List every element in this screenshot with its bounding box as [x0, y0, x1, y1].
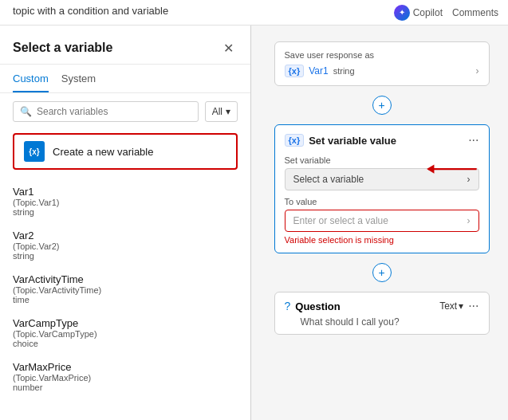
select-var-chevron: ›	[467, 174, 471, 185]
tab-system[interactable]: System	[61, 65, 96, 92]
panel-tabs: Custom System	[0, 65, 250, 93]
set-var-field-label: Set variable	[285, 155, 479, 165]
search-input-wrap: 🔍	[13, 101, 199, 122]
var-item-type: time	[13, 295, 238, 304]
panel-title: Select a variable	[13, 41, 112, 55]
copilot-button[interactable]: ✦ Copilot	[394, 5, 443, 21]
text-type-label: Text	[439, 300, 457, 312]
var1-name: Var1	[309, 65, 328, 77]
var-item-name: VarMaxPrice	[13, 361, 238, 373]
var-item-type: string	[13, 207, 238, 217]
save-response-label: Save user response as	[285, 50, 479, 60]
more-options-icon[interactable]: ···	[468, 133, 478, 147]
filter-label: All	[212, 106, 222, 117]
create-new-var-icon: {x}	[24, 141, 45, 162]
top-bar: topic with a condition and variable ✦ Co…	[0, 0, 508, 26]
question-card: ? Question Text ▾ ··· What should I call…	[274, 292, 490, 335]
filter-chevron-icon: ▾	[226, 106, 230, 117]
plus-connector[interactable]: +	[372, 96, 392, 115]
text-type-chevron: ▾	[459, 300, 463, 312]
list-item[interactable]: Var1 (Topic.Var1) string	[0, 179, 250, 223]
top-bar-actions: ✦ Copilot Comments	[394, 5, 498, 21]
question-sub-text: What should I call you?	[285, 316, 479, 328]
canvas-area: Save user response as {x} Var1 string › …	[0, 26, 508, 420]
var-item-type: string	[13, 251, 238, 261]
question-label: Question	[295, 300, 435, 312]
question-more-icon[interactable]: ···	[468, 299, 478, 313]
create-new-var-label: Create a new variable	[53, 146, 153, 158]
set-variable-card: {x} Set variable value ··· Set variable …	[274, 124, 490, 253]
question-header: ? Question Text ▾ ···	[285, 299, 479, 313]
var1-type: string	[333, 66, 355, 76]
var-item-topic: (Topic.Var1)	[13, 198, 238, 207]
set-var-header: {x} Set variable value ···	[285, 133, 479, 147]
comments-label: Comments	[452, 7, 498, 18]
var-item-name: Var1	[13, 186, 238, 198]
var-item-topic: (Topic.VarMaxPrice)	[13, 373, 238, 383]
copilot-label: Copilot	[413, 7, 443, 18]
var-item-topic: (Topic.Var2)	[13, 241, 238, 251]
list-item[interactable]: VarActivityTime (Topic.VarActivityTime) …	[0, 267, 250, 311]
select-var-placeholder: Select a variable	[293, 174, 364, 185]
var-item-name: Var2	[13, 230, 238, 241]
plus-connector-2[interactable]: +	[372, 263, 392, 282]
close-panel-button[interactable]: ✕	[219, 38, 238, 57]
var-item-topic: (Topic.VarCampType)	[13, 329, 238, 339]
list-item[interactable]: Var2 (Topic.Var2) string	[0, 223, 250, 267]
var-item-name: VarCampType	[13, 317, 238, 329]
filter-dropdown[interactable]: All ▾	[205, 101, 238, 122]
var-item-type: number	[13, 383, 238, 392]
chevron-right-icon: ›	[476, 65, 479, 77]
search-input[interactable]	[37, 106, 191, 117]
canvas-content: Save user response as {x} Var1 string › …	[255, 26, 508, 420]
comments-button[interactable]: Comments	[452, 7, 498, 18]
panel-header: Select a variable ✕	[0, 26, 250, 65]
save-user-response-card: Save user response as {x} Var1 string ›	[274, 41, 490, 86]
save-response-row: {x} Var1 string ›	[285, 65, 479, 77]
list-item[interactable]: VarCampType (Topic.VarCampType) choice	[0, 311, 250, 355]
select-variable-panel: Select a variable ✕ Custom System 🔍 All …	[0, 26, 251, 420]
text-type-badge: Text ▾	[439, 300, 463, 312]
page-title: topic with a condition and variable	[13, 5, 168, 17]
search-row: 🔍 All ▾	[0, 93, 250, 130]
set-var-title: Set variable value	[309, 135, 463, 147]
error-message: Variable selection is missing	[285, 235, 479, 245]
var-item-type: choice	[13, 339, 238, 348]
var-item-topic: (Topic.VarActivityTime)	[13, 285, 238, 295]
copilot-icon: ✦	[394, 5, 410, 21]
to-value-chevron: ›	[467, 215, 471, 226]
search-icon: 🔍	[20, 106, 32, 117]
var-badge: {x}	[285, 65, 305, 77]
to-value-label: To value	[285, 197, 479, 206]
question-icon: ?	[285, 300, 291, 312]
to-value-input[interactable]: Enter or select a value ›	[285, 210, 479, 232]
enter-value-placeholder: Enter or select a value	[293, 215, 388, 226]
select-variable-button[interactable]: Select a variable ›	[285, 168, 479, 190]
list-item[interactable]: VarMaxPrice (Topic.VarMaxPrice) number	[0, 355, 250, 398]
create-new-variable-button[interactable]: {x} Create a new variable	[13, 133, 238, 170]
set-var-badge: {x}	[285, 134, 305, 147]
variable-list: Var1 (Topic.Var1) string Var2 (Topic.Var…	[0, 176, 250, 420]
var-item-name: VarActivityTime	[13, 273, 238, 285]
tab-custom[interactable]: Custom	[13, 65, 49, 92]
